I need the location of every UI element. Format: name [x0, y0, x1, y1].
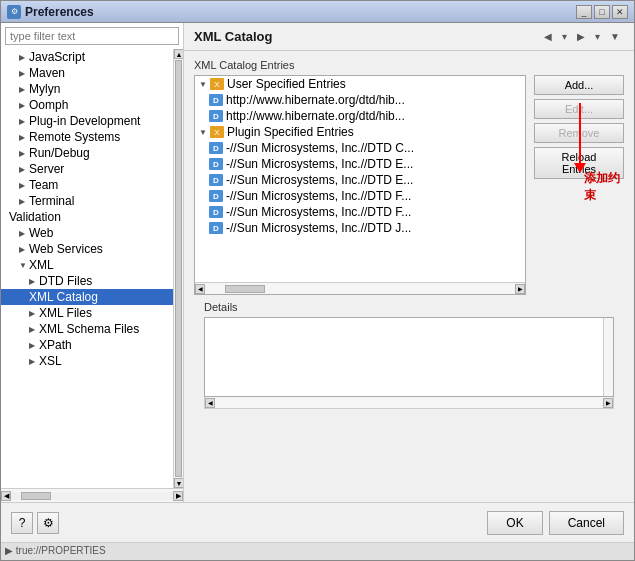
- catalog-item-label: -//Sun Microsystems, Inc.//DTD J...: [226, 221, 411, 235]
- maximize-button[interactable]: □: [594, 5, 610, 19]
- sidebar-item-label: JavaScript: [29, 50, 85, 64]
- catalog-item-plugin-entries[interactable]: X Plugin Specified Entries: [195, 124, 525, 140]
- sidebar-item-xml[interactable]: XML: [1, 257, 173, 273]
- details-scrollbar[interactable]: [603, 318, 613, 396]
- catalog-item-label: -//Sun Microsystems, Inc.//DTD E...: [226, 173, 413, 187]
- annotation-text: 添加约束: [584, 170, 624, 204]
- help-button[interactable]: ?: [11, 512, 33, 534]
- scroll-left-arrow[interactable]: ◀: [1, 491, 11, 501]
- hscroll-left[interactable]: ◀: [195, 284, 205, 294]
- back-button[interactable]: ◀: [540, 29, 556, 44]
- sidebar-item-xpath[interactable]: XPath: [1, 337, 173, 353]
- catalog-hscroll[interactable]: ◀ ▶: [195, 282, 525, 294]
- close-button[interactable]: ✕: [612, 5, 628, 19]
- add-button[interactable]: Add...: [534, 75, 624, 95]
- sidebar-item-xml-files[interactable]: XML Files: [1, 305, 173, 321]
- arrow-icon: [19, 133, 27, 142]
- hscroll-track[interactable]: [11, 492, 173, 500]
- footer-left: ? ⚙: [11, 512, 59, 534]
- scroll-right-arrow[interactable]: ▶: [173, 491, 183, 501]
- catalog-item-sun3[interactable]: D -//Sun Microsystems, Inc.//DTD E...: [195, 172, 525, 188]
- scroll-thumb[interactable]: [175, 60, 182, 477]
- sidebar-item-xml-catalog[interactable]: XML Catalog: [1, 289, 173, 305]
- scroll-up-arrow[interactable]: ▲: [174, 49, 183, 59]
- annotation-arrow: [574, 103, 586, 173]
- catalog-item-sun4[interactable]: D -//Sun Microsystems, Inc.//DTD F...: [195, 188, 525, 204]
- sidebar-item-oomph[interactable]: Oomph: [1, 97, 173, 113]
- panel-title: XML Catalog: [194, 29, 540, 44]
- hscroll-track: [205, 285, 515, 293]
- right-panel: XML Catalog ◀ ▾ ▶ ▾ ▼ XML Catalog Entrie…: [184, 23, 634, 502]
- cancel-button[interactable]: Cancel: [549, 511, 624, 535]
- sidebar-item-label: Oomph: [29, 98, 68, 112]
- nav-buttons: ◀ ▾ ▶ ▾ ▼: [540, 29, 624, 44]
- footer-right: OK Cancel: [487, 511, 624, 535]
- sidebar-item-server[interactable]: Server: [1, 161, 173, 177]
- sidebar-item-terminal[interactable]: Terminal: [1, 193, 173, 209]
- catalog-item-sun6[interactable]: D -//Sun Microsystems, Inc.//DTD J...: [195, 220, 525, 236]
- sidebar-item-label: Mylyn: [29, 82, 60, 96]
- arrow-icon: [29, 277, 37, 286]
- sidebar-item-label: Remote Systems: [29, 130, 120, 144]
- hscroll-right-details[interactable]: ▶: [603, 398, 613, 408]
- hscroll-thumb[interactable]: [21, 492, 51, 500]
- catalog-item-sun1[interactable]: D -//Sun Microsystems, Inc.//DTD C...: [195, 140, 525, 156]
- catalog-section: XML Catalog Entries X User Specified Ent…: [184, 51, 634, 502]
- status-text: ▶ true://PROPERTIES: [5, 545, 106, 556]
- back-arrow-icon[interactable]: ▾: [558, 29, 571, 44]
- arrow-icon: [19, 197, 27, 206]
- details-section: Details ◀ ▶: [194, 295, 624, 417]
- sidebar-item-validation[interactable]: Validation: [1, 209, 173, 225]
- arrow-icon: [19, 149, 27, 158]
- sidebar-item-dtd-files[interactable]: DTD Files: [1, 273, 173, 289]
- sidebar-item-run-debug[interactable]: Run/Debug: [1, 145, 173, 161]
- sidebar-item-team[interactable]: Team: [1, 177, 173, 193]
- sidebar-item-label: Web: [29, 226, 53, 240]
- minimize-button[interactable]: _: [576, 5, 592, 19]
- d-icon: D: [209, 94, 223, 106]
- catalog-item-sun5[interactable]: D -//Sun Microsystems, Inc.//DTD F...: [195, 204, 525, 220]
- arrow-icon: [19, 245, 27, 254]
- sidebar-item-xml-schema[interactable]: XML Schema Files: [1, 321, 173, 337]
- filter-input[interactable]: [5, 27, 179, 45]
- details-box: [204, 317, 614, 397]
- sidebar-item-web[interactable]: Web: [1, 225, 173, 241]
- sidebar-item-javascript[interactable]: JavaScript: [1, 49, 173, 65]
- sidebar-item-remote-systems[interactable]: Remote Systems: [1, 129, 173, 145]
- sidebar-hscroll[interactable]: ◀ ▶: [1, 488, 183, 502]
- arrow-line: [579, 103, 581, 163]
- tree-view: JavaScript Maven Mylyn Oom: [1, 49, 183, 369]
- sidebar-item-label: Terminal: [29, 194, 74, 208]
- hscroll-right[interactable]: ▶: [515, 284, 525, 294]
- catalog-item-hibernate2[interactable]: D http://www.hibernate.org/dtd/hib...: [195, 108, 525, 124]
- forward-button[interactable]: ▶: [573, 29, 589, 44]
- forward-arrow-icon[interactable]: ▾: [591, 29, 604, 44]
- action-area: Add... Edit... Remove Reload Entries 添加约…: [534, 75, 624, 295]
- arrow-icon: [19, 117, 27, 126]
- catalog-item-user-entries[interactable]: X User Specified Entries: [195, 76, 525, 92]
- arrow-icon: [29, 341, 37, 350]
- arrow-icon: [29, 309, 37, 318]
- scroll-down-arrow[interactable]: ▼: [174, 478, 183, 488]
- catalog-item-hibernate1[interactable]: D http://www.hibernate.org/dtd/hib...: [195, 92, 525, 108]
- arrow-icon: [19, 53, 27, 62]
- catalog-item-label: -//Sun Microsystems, Inc.//DTD F...: [226, 189, 411, 203]
- preferences-window: ⚙ Preferences _ □ ✕ JavaScript: [0, 0, 635, 561]
- arrow-icon: [19, 181, 27, 190]
- hscroll-thumb[interactable]: [225, 285, 265, 293]
- sidebar-item-plugin-dev[interactable]: Plug-in Development: [1, 113, 173, 129]
- sidebar-item-web-services[interactable]: Web Services: [1, 241, 173, 257]
- sidebar-item-label: XML: [29, 258, 54, 272]
- catalog-item-sun2[interactable]: D -//Sun Microsystems, Inc.//DTD E...: [195, 156, 525, 172]
- catalog-area: X User Specified Entries D http://www.hi…: [194, 75, 624, 295]
- sidebar-item-maven[interactable]: Maven: [1, 65, 173, 81]
- details-hscroll[interactable]: ◀ ▶: [204, 397, 614, 409]
- ok-button[interactable]: OK: [487, 511, 542, 535]
- sidebar-scrollbar[interactable]: ▲ ▼: [173, 49, 183, 488]
- window-icon: ⚙: [7, 5, 21, 19]
- sidebar-item-mylyn[interactable]: Mylyn: [1, 81, 173, 97]
- menu-icon[interactable]: ▼: [606, 29, 624, 44]
- hscroll-left-details[interactable]: ◀: [205, 398, 215, 408]
- settings-button[interactable]: ⚙: [37, 512, 59, 534]
- sidebar-item-xsl[interactable]: XSL: [1, 353, 173, 369]
